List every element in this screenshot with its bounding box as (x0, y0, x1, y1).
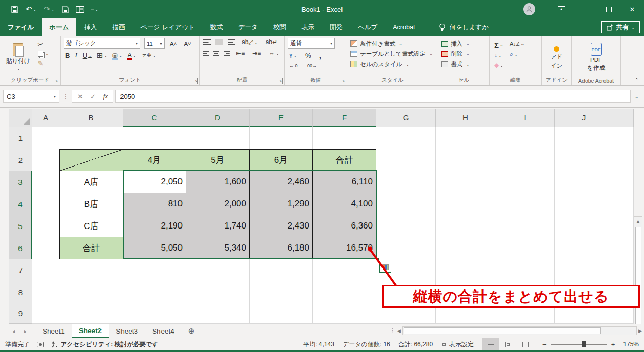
font-size-combo[interactable]: 11▾ (144, 38, 165, 49)
cell-H8[interactable] (436, 281, 495, 303)
column-header-A[interactable]: A (32, 109, 59, 127)
cell-F5[interactable]: 6,360 (313, 215, 376, 237)
align-right-button[interactable] (224, 51, 230, 56)
macro-record-icon[interactable] (37, 342, 44, 347)
cell-partial-9[interactable] (613, 303, 634, 324)
sheet-tab-sheet4[interactable]: Sheet4 (145, 324, 182, 338)
cell-E5[interactable]: 2,430 (250, 215, 313, 237)
document-stamp-icon[interactable] (62, 6, 69, 13)
ribbon-tab-4[interactable]: ページ レイアウト (133, 18, 203, 36)
cell-F6[interactable]: 16,570 (313, 237, 376, 259)
enter-entry-icon[interactable]: ✓ (90, 93, 96, 100)
quick-analysis-button[interactable] (379, 262, 391, 273)
cell-D7[interactable] (186, 259, 250, 281)
cell-I5[interactable] (495, 215, 555, 237)
cell-B9[interactable] (59, 303, 123, 324)
fill-handle[interactable] (376, 257, 379, 261)
cell-partial-2[interactable] (613, 149, 634, 171)
cell-I1[interactable] (495, 127, 555, 149)
ribbon-tab-file[interactable]: ファイル (0, 18, 42, 36)
cell-B7[interactable] (59, 259, 123, 281)
cell-D1[interactable] (186, 127, 250, 149)
cell-partial-7[interactable] (613, 259, 634, 281)
cell-D2[interactable]: 5月 (186, 149, 250, 171)
cancel-entry-icon[interactable]: ✕ (77, 93, 83, 100)
sheet-nav-right-icon[interactable]: ▸ (24, 328, 27, 334)
decrease-decimal-button[interactable]: .00→ (305, 63, 319, 69)
font-color-button[interactable]: A⌄ (126, 51, 137, 59)
account-avatar[interactable] (523, 3, 535, 15)
cell-G1[interactable] (376, 127, 436, 149)
display-settings-button[interactable]: 表示設定 (441, 340, 474, 349)
sheet-tab-sheet2[interactable]: Sheet2 (72, 324, 109, 338)
cell-partial-4[interactable] (613, 193, 634, 215)
currency-button[interactable]: ¥⌄ (288, 52, 298, 59)
zoom-slider[interactable] (551, 344, 607, 345)
cell-A9[interactable] (32, 303, 59, 324)
top-align-button[interactable] (203, 39, 211, 45)
cell-J9[interactable] (555, 303, 613, 324)
expand-formula-bar-icon[interactable]: ⌄ (633, 94, 641, 99)
cell-C2[interactable]: 4月 (123, 149, 186, 171)
cell-partial-6[interactable] (613, 237, 634, 259)
column-header-E[interactable]: E (250, 109, 313, 127)
row-header-2[interactable]: 2 (9, 149, 32, 171)
cell-A3[interactable] (32, 171, 59, 193)
cell-D5[interactable]: 1,740 (186, 215, 250, 237)
row-header-4[interactable]: 4 (9, 193, 32, 215)
cell-F2[interactable]: 合計 (313, 149, 376, 171)
column-header-C[interactable]: C (123, 109, 186, 127)
decrease-indent-button[interactable]: ⇤≡ (234, 49, 246, 57)
cell-H6[interactable] (436, 237, 495, 259)
copy-button[interactable]: ⌄ (36, 50, 51, 57)
cell-J2[interactable] (555, 149, 613, 171)
cell-F3[interactable]: 6,110 (313, 171, 376, 193)
cell-B1[interactable] (59, 127, 123, 149)
conditional-formatting-button[interactable]: 条件付き書式⌄ (350, 39, 435, 48)
save-icon[interactable] (11, 6, 18, 13)
clipboard-dialog-launcher[interactable]: ↘ (53, 78, 58, 84)
cell-E9[interactable] (250, 303, 313, 324)
cell-E2[interactable]: 6月 (250, 149, 313, 171)
ribbon-display-options-icon[interactable]: ▴ (550, 0, 573, 18)
column-header-H[interactable]: H (436, 109, 495, 127)
cell-E3[interactable]: 2,460 (250, 171, 313, 193)
minimize-button[interactable]: — (573, 0, 597, 18)
wrap-text-button[interactable]: ab↵ (264, 38, 279, 46)
row-header-6[interactable]: 6 (9, 237, 32, 259)
cell-G8[interactable] (376, 281, 436, 303)
sort-filter-button[interactable]: A↓Z⌄ (508, 40, 526, 47)
hscroll-left-icon[interactable]: ◀ (397, 326, 401, 336)
cell-B4[interactable]: B店 (59, 193, 123, 215)
cell-B5[interactable]: C店 (59, 215, 123, 237)
cell-H5[interactable] (436, 215, 495, 237)
ribbon-tab-5[interactable]: 数式 (203, 18, 231, 36)
cell-F9[interactable] (313, 303, 376, 324)
insert-function-icon[interactable]: fx (103, 92, 108, 100)
cell-F4[interactable]: 4,100 (313, 193, 376, 215)
italic-button[interactable]: I (73, 51, 78, 60)
align-center-button[interactable] (213, 51, 219, 56)
tell-me-box[interactable]: 何をしますか (432, 18, 495, 36)
cell-C6[interactable]: 5,050 (123, 237, 186, 259)
cell-C8[interactable] (123, 281, 186, 303)
redo-icon[interactable]: ↷⌄ (44, 5, 54, 14)
cell-I7[interactable] (495, 259, 555, 281)
clear-button[interactable]: ◆⌄ (493, 61, 505, 69)
ribbon-tab-9[interactable]: 開発 (322, 18, 350, 36)
horizontal-scrollbar[interactable] (402, 326, 637, 335)
cell-A7[interactable] (32, 259, 59, 281)
zoom-out-button[interactable]: − (542, 341, 547, 348)
cell-J5[interactable] (555, 215, 613, 237)
new-sheet-button[interactable]: ⊕ (182, 324, 201, 338)
tab-split-handle[interactable]: ⋮ (390, 327, 396, 334)
cell-D9[interactable] (186, 303, 250, 324)
cell-C5[interactable]: 2,190 (123, 215, 186, 237)
ribbon-tab-2[interactable]: 挿入 (76, 18, 105, 36)
format-cells-button[interactable]: 書式⌄ (441, 59, 486, 69)
count-stat[interactable]: データの個数: 16 (343, 340, 390, 349)
comma-button[interactable]: , (318, 51, 323, 60)
cell-C1[interactable] (123, 127, 186, 149)
average-stat[interactable]: 平均: 4,143 (303, 340, 334, 349)
cell-A6[interactable] (32, 237, 59, 259)
